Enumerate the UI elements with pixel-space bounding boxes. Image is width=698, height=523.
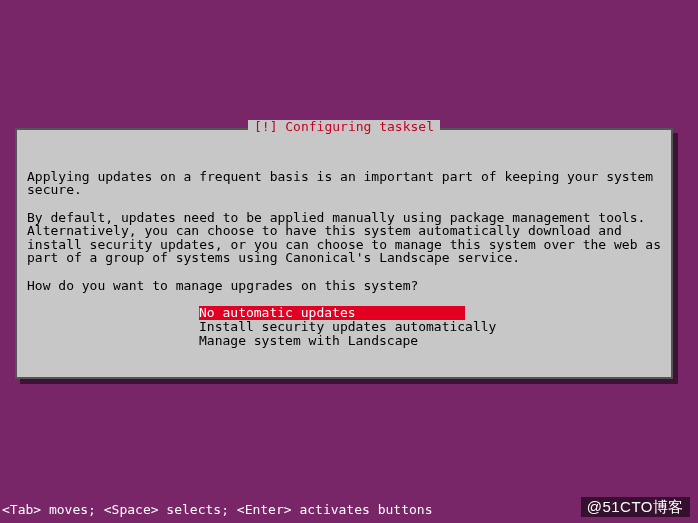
options-list: No automatic updates Install security up…: [199, 306, 661, 347]
dialog-title-wrap: [!] Configuring tasksel: [17, 120, 671, 134]
config-dialog: [!] Configuring tasksel Applying updates…: [15, 128, 673, 379]
option-install-security-updates[interactable]: Install security updates automatically: [199, 320, 661, 334]
installer-screen: [!] Configuring tasksel Applying updates…: [0, 0, 698, 523]
dialog-question: How do you want to manage upgrades on th…: [27, 278, 418, 293]
watermark: @51CTO博客: [581, 497, 690, 517]
dialog-title: [!] Configuring tasksel: [248, 120, 440, 134]
keybinding-help-bar: <Tab> moves; <Space> selects; <Enter> ac…: [2, 503, 432, 517]
option-no-automatic-updates[interactable]: No automatic updates: [199, 306, 465, 320]
dialog-paragraph-2: By default, updates need to be applied m…: [27, 210, 669, 266]
option-manage-with-landscape[interactable]: Manage system with Landscape: [199, 334, 661, 348]
dialog-paragraph-1: Applying updates on a frequent basis is …: [27, 169, 661, 198]
dialog-body: Applying updates on a frequent basis is …: [27, 156, 661, 292]
